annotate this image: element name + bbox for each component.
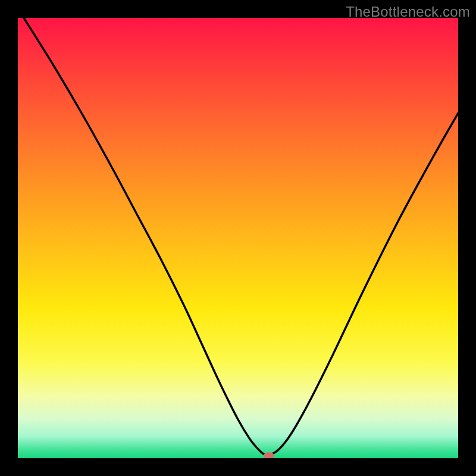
chart-frame: TheBottleneck.com (0, 0, 476, 476)
plot-area (18, 18, 458, 458)
bottleneck-curve (24, 18, 458, 455)
curve-svg (18, 18, 458, 458)
